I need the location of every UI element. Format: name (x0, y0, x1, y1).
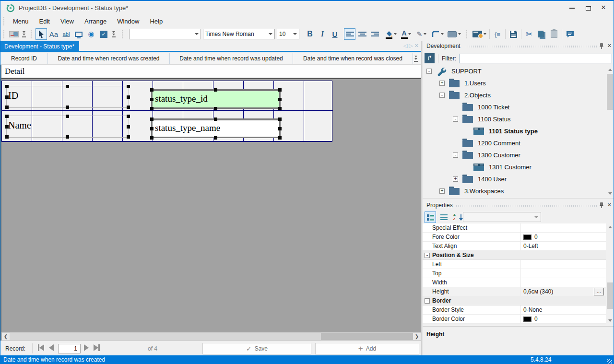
tree-item-1400-user[interactable]: + 1400 User (423, 173, 606, 185)
selection-handle[interactable] (150, 98, 154, 101)
property-row-width[interactable]: Width (423, 278, 606, 287)
selection-handle[interactable] (66, 115, 69, 118)
tab-scroll-right-icon[interactable]: ▷ (409, 43, 414, 48)
scroll-up-icon[interactable] (607, 67, 613, 72)
category-expander[interactable]: - (425, 298, 430, 304)
align-right-button[interactable] (369, 28, 380, 40)
align-left-button[interactable] (344, 28, 355, 40)
selection-handle[interactable] (278, 127, 282, 130)
field-header-record-id[interactable]: Record ID (0, 53, 48, 64)
scroll-right-icon[interactable]: ❯ (413, 333, 421, 340)
combobox-tool-button[interactable] (73, 28, 84, 40)
tree-item-1000-ticket[interactable]: 1000 Ticket (423, 101, 606, 113)
maximize-button[interactable] (580, 1, 596, 14)
property-category-position-size[interactable]: - Position & Size (423, 251, 606, 260)
selection-handle[interactable] (127, 85, 130, 88)
horizontal-scrollbar[interactable]: ❮ ❯ (1, 332, 421, 341)
selection-handle[interactable] (214, 107, 217, 110)
selection-handle[interactable] (150, 88, 154, 92)
textbox-control-status-type-name[interactable]: status_type_name (151, 118, 281, 138)
shape-button[interactable] (446, 28, 462, 40)
selection-handle[interactable] (5, 115, 9, 118)
tree-item-users[interactable]: + 1.Users (423, 77, 606, 89)
field-list-button[interactable]: {≡ (492, 28, 503, 40)
tab-scroll-left-icon[interactable]: ◁ (403, 43, 409, 48)
property-row-top[interactable]: Top (423, 269, 606, 278)
font-color-button[interactable]: A (399, 28, 413, 40)
categorized-view-button[interactable] (425, 211, 436, 223)
menu-grip[interactable] (3, 17, 5, 25)
tree-item-1200-comment[interactable]: 1200 Comment (423, 137, 606, 149)
tree-item-1101-status-type[interactable]: 1101 Status type (423, 125, 606, 137)
field-header-updated[interactable]: Date and time when record was updated (170, 53, 293, 64)
first-record-button[interactable] (38, 344, 44, 351)
border-style-button[interactable] (430, 28, 445, 40)
selection-handle[interactable] (5, 125, 9, 129)
tree-expander[interactable]: - (453, 153, 458, 158)
selection-handle[interactable] (278, 117, 282, 121)
minimize-button[interactable] (564, 1, 580, 14)
font-combobox[interactable]: Times New Roman (203, 29, 275, 39)
save-button[interactable] (508, 28, 519, 40)
menu-item-window[interactable]: Window (112, 16, 144, 26)
selection-handle[interactable] (127, 95, 130, 99)
properties-panel-close-icon[interactable]: ✕ (607, 202, 612, 208)
label-tool-button[interactable]: Aa (48, 28, 59, 40)
properties-scrollbar[interactable] (606, 223, 614, 324)
scroll-down-icon[interactable] (607, 318, 613, 323)
copy-button[interactable] (536, 28, 547, 40)
field-header-created[interactable]: Date and time when record was created (48, 53, 170, 64)
selection-handle[interactable] (66, 85, 69, 88)
alphabetical-view-button[interactable] (438, 211, 449, 223)
navigate-button[interactable]: ↱ (425, 53, 435, 63)
menu-item-edit[interactable]: Edit (34, 16, 55, 26)
cut-button[interactable]: ✂ (523, 28, 535, 40)
highlight-pen-button[interactable]: ✎ (414, 28, 429, 40)
form-properties-button[interactable] (471, 28, 487, 40)
property-row-height[interactable]: Height 0,6см (340) ... (423, 287, 606, 296)
bold-button[interactable]: B (304, 28, 316, 40)
paste-button[interactable] (548, 28, 560, 40)
tree-item-objects[interactable]: - 2.Objects (423, 89, 606, 101)
close-button[interactable]: ✕ (595, 1, 612, 14)
next-record-button[interactable] (84, 344, 89, 351)
comment-button[interactable] (564, 28, 576, 40)
selection-handle[interactable] (66, 106, 69, 109)
toolbar-overflow-button[interactable] (112, 31, 116, 37)
object-selector-combobox[interactable] (463, 212, 541, 222)
toolbar-grip[interactable] (30, 30, 33, 38)
save-record-button[interactable]: ✓ Save (202, 343, 311, 354)
pin-icon[interactable] (599, 202, 604, 209)
property-row-fore-color[interactable]: Fore Color 0 (423, 233, 606, 242)
selection-handle[interactable] (127, 135, 130, 139)
selection-handle[interactable] (150, 127, 154, 130)
property-row-border-color[interactable]: Border Color 0 (423, 315, 606, 324)
property-row-text-align[interactable]: Text Align 0-Left (423, 242, 606, 251)
tree-expander[interactable]: + (453, 176, 458, 182)
resize-grip-icon[interactable] (607, 359, 612, 364)
selection-handle[interactable] (214, 88, 217, 92)
style-combobox[interactable] (129, 29, 201, 39)
selection-handle[interactable] (278, 136, 282, 140)
selection-handle[interactable] (214, 117, 217, 121)
fill-color-button[interactable] (384, 28, 398, 40)
property-row-special-effect[interactable]: Special Effect (423, 223, 606, 233)
tree-scrollbar[interactable] (606, 66, 614, 197)
property-row-border-style[interactable]: Border Style 0-None (423, 305, 606, 315)
selection-handle[interactable] (278, 98, 282, 101)
scroll-up-icon[interactable] (607, 224, 613, 230)
selection-handle[interactable] (127, 115, 130, 118)
textbox-control-status-type-id[interactable]: status_type_id (151, 89, 281, 109)
record-number-input[interactable] (58, 344, 81, 353)
category-expander[interactable]: - (425, 253, 430, 258)
selection-handle[interactable] (150, 117, 154, 121)
field-header-closed[interactable]: Date and time when record was closed (293, 53, 413, 64)
ellipsis-button[interactable]: ... (594, 288, 604, 295)
label-control-id[interactable]: ID (6, 86, 129, 108)
tree-item-1300-customer[interactable]: - 1300 Customer (423, 149, 606, 161)
filter-input[interactable] (459, 54, 612, 63)
last-record-button[interactable] (94, 344, 100, 351)
scroll-down-icon[interactable] (607, 191, 613, 196)
underline-button[interactable]: U (329, 28, 341, 40)
selection-handle[interactable] (150, 136, 154, 140)
